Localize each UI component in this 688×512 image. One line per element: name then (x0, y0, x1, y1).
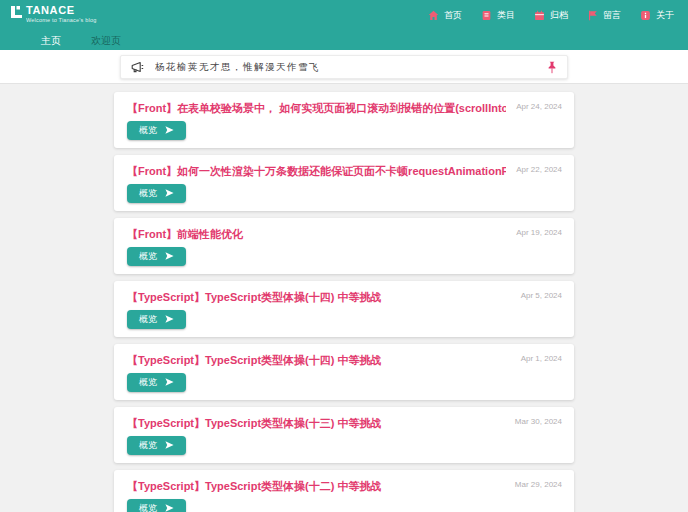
post-date: Apr 24, 2024 (516, 102, 562, 111)
notice-strip: 杨花榆荚无才思，惟解漫天作雪飞 (0, 50, 688, 84)
post-list: 【Front】在表单校验场景中， 如何实现页面视口滚动到报错的位置(scroll… (0, 84, 688, 512)
post-date: Apr 1, 2024 (521, 354, 562, 363)
post-title-link[interactable]: 【TypeScript】TypeScript类型体操(十二) 中等挑战 (127, 478, 505, 495)
post-title-link[interactable]: 【Front】在表单校验场景中， 如何实现页面视口滚动到报错的位置(scroll… (127, 100, 506, 117)
nav-item-home[interactable]: 首页 (428, 9, 462, 22)
post-card-head: 【TypeScript】TypeScript类型体操(十四) 中等挑战 Apr … (127, 289, 562, 306)
arrow-icon (165, 252, 174, 260)
message-flag-icon (587, 10, 598, 21)
arrow-icon (165, 504, 174, 512)
tab-label: 欢迎页 (91, 35, 121, 46)
tab-welcome-page[interactable]: 欢迎页 (76, 34, 136, 55)
post-card-head: 【Front】如何一次性渲染十万条数据还能保证页面不卡顿requestAnima… (127, 163, 562, 180)
preview-button-label: 概览 (139, 504, 157, 512)
arrow-icon (165, 441, 174, 449)
nav-item-about[interactable]: 关于 (640, 9, 674, 22)
post-date: Apr 5, 2024 (521, 291, 562, 300)
preview-button[interactable]: 概览 (127, 184, 186, 203)
post-card-head: 【Front】在表单校验场景中， 如何实现页面视口滚动到报错的位置(scroll… (127, 100, 562, 117)
logo-text-wrap: TANACE Welcome to Tianace's blog (26, 5, 96, 24)
arrow-icon (165, 126, 174, 134)
site-logo[interactable]: TANACE Welcome to Tianace's blog (10, 5, 96, 24)
post-card-head: 【TypeScript】TypeScript类型体操(十二) 中等挑战 Mar … (127, 478, 562, 495)
category-icon (481, 10, 492, 21)
logo-text: TANACE (26, 5, 96, 16)
arrow-icon (165, 378, 174, 386)
post-title-link[interactable]: 【TypeScript】TypeScript类型体操(十四) 中等挑战 (127, 289, 511, 306)
header-nav: 首页 类目 归档 (428, 9, 674, 22)
preview-button-label: 概览 (139, 315, 157, 324)
tab-label: 主页 (41, 35, 61, 46)
arrow-icon (165, 315, 174, 323)
header-top-row: TANACE Welcome to Tianace's blog 首页 类目 (0, 0, 688, 31)
preview-button[interactable]: 概览 (127, 499, 186, 512)
preview-button-label: 概览 (139, 441, 157, 450)
preview-button-label: 概览 (139, 126, 157, 135)
pin-icon[interactable] (547, 61, 557, 74)
post-card-head: 【TypeScript】TypeScript类型体操(十四) 中等挑战 Apr … (127, 352, 562, 369)
post-card: 【TypeScript】TypeScript类型体操(十二) 中等挑战 Mar … (114, 470, 574, 512)
nav-item-label: 关于 (656, 9, 674, 22)
nav-item-label: 留言 (603, 9, 621, 22)
post-title-link[interactable]: 【Front】如何一次性渲染十万条数据还能保证页面不卡顿requestAnima… (127, 163, 506, 180)
post-date: Mar 29, 2024 (515, 480, 562, 489)
post-title-link[interactable]: 【TypeScript】TypeScript类型体操(十四) 中等挑战 (127, 352, 511, 369)
post-card: 【Front】如何一次性渲染十万条数据还能保证页面不卡顿requestAnima… (114, 155, 574, 211)
preview-button[interactable]: 概览 (127, 310, 186, 329)
preview-button[interactable]: 概览 (127, 247, 186, 266)
arrow-icon (165, 189, 174, 197)
post-date: Apr 19, 2024 (516, 228, 562, 237)
nav-item-message[interactable]: 留言 (587, 9, 621, 22)
post-title-link[interactable]: 【Front】前端性能优化 (127, 226, 506, 243)
nav-item-label: 类目 (497, 9, 515, 22)
nav-item-categories[interactable]: 类目 (481, 9, 515, 22)
about-icon (640, 10, 651, 21)
nav-item-label: 首页 (444, 9, 462, 22)
post-card: 【TypeScript】TypeScript类型体操(十四) 中等挑战 Apr … (114, 281, 574, 337)
preview-button-label: 概览 (139, 378, 157, 387)
post-card-head: 【TypeScript】TypeScript类型体操(十三) 中等挑战 Mar … (127, 415, 562, 432)
post-card: 【TypeScript】TypeScript类型体操(十三) 中等挑战 Mar … (114, 407, 574, 463)
tab-main-page[interactable]: 主页 (26, 34, 76, 55)
post-card: 【Front】前端性能优化 Apr 19, 2024 概览 (114, 218, 574, 274)
post-card: 【Front】在表单校验场景中， 如何实现页面视口滚动到报错的位置(scroll… (114, 92, 574, 148)
preview-button-label: 概览 (139, 252, 157, 261)
announcement-icon (131, 61, 144, 73)
logo-bracket-icon (10, 5, 23, 19)
post-card: 【TypeScript】TypeScript类型体操(十四) 中等挑战 Apr … (114, 344, 574, 400)
archive-icon (534, 10, 545, 21)
notice-bar: 杨花榆荚无才思，惟解漫天作雪飞 (120, 55, 568, 79)
preview-button[interactable]: 概览 (127, 121, 186, 140)
post-title-link[interactable]: 【TypeScript】TypeScript类型体操(十三) 中等挑战 (127, 415, 505, 432)
post-card-head: 【Front】前端性能优化 Apr 19, 2024 (127, 226, 562, 243)
nav-item-archive[interactable]: 归档 (534, 9, 568, 22)
home-icon (428, 10, 439, 21)
preview-button[interactable]: 概览 (127, 436, 186, 455)
post-date: Apr 22, 2024 (516, 165, 562, 174)
nav-item-label: 归档 (550, 9, 568, 22)
post-date: Mar 30, 2024 (515, 417, 562, 426)
preview-button[interactable]: 概览 (127, 373, 186, 392)
app-header: TANACE Welcome to Tianace's blog 首页 类目 (0, 0, 688, 50)
preview-button-label: 概览 (139, 189, 157, 198)
logo-subtitle: Welcome to Tianace's blog (26, 18, 96, 24)
notice-text: 杨花榆荚无才思，惟解漫天作雪飞 (155, 61, 547, 74)
